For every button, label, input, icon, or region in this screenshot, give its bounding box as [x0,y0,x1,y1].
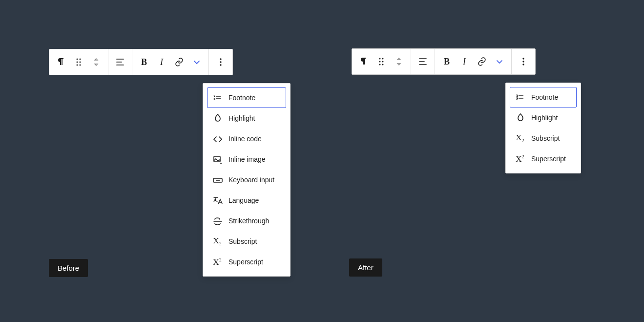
menu-label: Strikethrough [229,217,269,225]
align-button[interactable] [414,53,432,70]
drag-handle-icon[interactable] [373,53,390,70]
keyboard-icon [212,174,223,185]
menu-label: Superscript [229,258,263,266]
menu-item-superscript[interactable]: X2 Superscript [510,149,577,169]
formats-dropdown: Footnote Highlight Inline code Inline im… [203,83,291,277]
menu-label: Inline code [229,135,262,143]
menu-item-footnote[interactable]: Footnote [510,87,577,107]
menu-item-footnote[interactable]: Footnote [207,87,286,108]
menu-label: Keyboard input [229,176,274,184]
language-icon [212,195,223,206]
italic-button[interactable]: I [153,53,170,71]
block-type-button[interactable] [355,53,373,70]
italic-button[interactable]: I [456,53,473,70]
block-toolbar: B I [49,49,233,75]
superscript-icon: X2 [212,257,223,267]
menu-label: Subscript [229,237,257,245]
link-button[interactable] [170,53,188,71]
highlight-icon [212,113,223,124]
highlight-icon [515,112,525,123]
menu-label: Highlight [229,114,255,122]
more-formats-dropdown-button[interactable] [491,53,508,70]
menu-item-inline-image[interactable]: Inline image [207,149,286,170]
after-badge: After [349,258,382,277]
menu-item-strikethrough[interactable]: Strikethrough [207,211,286,231]
menu-label: Language [229,196,259,204]
move-updown-button[interactable] [87,53,105,71]
formats-dropdown: Footnote Highlight X2 Subscript X2 Super… [505,83,581,173]
menu-label: Subscript [531,134,560,142]
block-toolbar: B I [352,48,536,75]
menu-item-inline-code[interactable]: Inline code [207,129,286,149]
move-updown-button[interactable] [390,53,408,70]
subscript-icon: X2 [515,133,525,144]
bold-button[interactable]: B [135,53,153,71]
menu-label: Inline image [229,155,266,163]
bold-button[interactable]: B [438,53,456,70]
menu-item-subscript[interactable]: X2 Subscript [510,128,577,149]
drag-handle-icon[interactable] [70,53,87,71]
menu-label: Footnote [531,93,558,101]
strikethrough-icon [212,215,223,226]
code-icon [212,133,223,144]
menu-label: Highlight [531,114,558,122]
footnote-icon [212,92,223,103]
subscript-icon: X2 [212,236,223,247]
superscript-icon: X2 [515,153,525,164]
footnote-icon [515,92,525,103]
menu-label: Footnote [229,94,255,102]
options-button[interactable] [515,53,532,70]
menu-item-keyboard-input[interactable]: Keyboard input [207,170,286,190]
align-button[interactable] [111,53,129,71]
more-formats-dropdown-button[interactable] [188,53,206,71]
menu-item-language[interactable]: Language [207,190,286,211]
menu-item-subscript[interactable]: X2 Subscript [207,231,286,252]
before-badge: Before [49,259,88,277]
link-button[interactable] [473,53,491,70]
menu-item-superscript[interactable]: X2 Superscript [207,252,286,272]
menu-label: Superscript [531,155,566,163]
options-button[interactable] [212,53,229,71]
block-type-button[interactable] [52,53,70,71]
menu-item-highlight[interactable]: Highlight [207,108,286,129]
menu-item-highlight[interactable]: Highlight [510,107,577,128]
image-icon [212,154,223,165]
